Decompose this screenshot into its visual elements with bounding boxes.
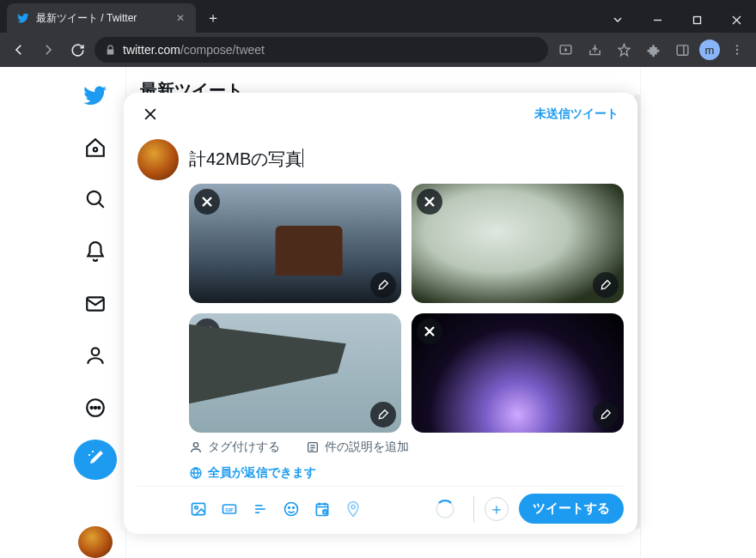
brush-icon	[599, 408, 613, 422]
bookmark-star-icon[interactable]	[612, 38, 636, 62]
remove-media-button[interactable]	[194, 318, 220, 344]
footer-divider	[473, 496, 474, 522]
svg-rect-1	[693, 16, 700, 23]
window-close[interactable]	[716, 7, 756, 33]
brush-icon	[376, 408, 390, 422]
url-host: twitter.com	[123, 43, 180, 57]
bell-icon[interactable]	[74, 232, 117, 272]
nav-back[interactable]	[7, 38, 31, 62]
attach-toolbar: GIF	[137, 500, 363, 519]
remove-media-button[interactable]	[417, 189, 442, 215]
more-icon[interactable]	[74, 388, 117, 428]
brush-icon	[376, 278, 390, 292]
svg-point-36	[195, 506, 198, 508]
install-icon[interactable]	[553, 38, 577, 62]
svg-rect-5	[677, 45, 688, 54]
edit-media-button[interactable]	[370, 272, 396, 298]
close-icon	[200, 324, 214, 338]
media-thumbnail[interactable]	[189, 184, 401, 303]
add-thread-button[interactable]: ＋	[485, 497, 509, 521]
media-grid	[189, 184, 624, 433]
brush-icon	[599, 278, 613, 292]
svg-point-8	[736, 49, 738, 51]
account-avatar[interactable]	[78, 526, 113, 558]
poll-icon[interactable]	[251, 500, 270, 519]
twitter-icon	[17, 12, 29, 24]
add-description-link[interactable]: 件の説明を追加	[306, 440, 409, 455]
browser-tab[interactable]: 最新ツイート / Twitter ✕	[7, 3, 196, 33]
media-thumbnail[interactable]	[412, 184, 624, 303]
address-bar[interactable]: twitter.com/compose/tweet	[94, 37, 548, 63]
emoji-icon[interactable]	[282, 500, 301, 519]
tag-people-link[interactable]: タグ付けする	[189, 440, 280, 455]
window-minimize[interactable]	[637, 7, 677, 33]
url-path: /compose/tweet	[180, 43, 265, 57]
svg-point-43	[289, 506, 290, 508]
svg-point-29	[193, 443, 198, 447]
image-icon[interactable]	[189, 500, 208, 519]
home-icon[interactable]	[74, 128, 117, 168]
media-actions-row: タグ付けする 件の説明を追加	[189, 433, 624, 458]
compose-tweet-modal: 未送信ツイート 計42MBの写真	[124, 93, 637, 534]
close-icon	[423, 195, 436, 209]
media-thumbnail[interactable]	[189, 313, 401, 433]
close-icon	[200, 195, 214, 209]
edit-media-button[interactable]	[593, 402, 619, 428]
svg-point-11	[88, 191, 101, 204]
modal-body: タグ付けする 件の説明を追加 全員が返信できます	[124, 180, 637, 486]
schedule-icon[interactable]	[313, 500, 332, 519]
svg-line-25	[203, 327, 211, 336]
char-count-progress	[436, 500, 454, 519]
compose-tweet-fab[interactable]	[74, 440, 117, 480]
svg-line-12	[99, 203, 104, 208]
gif-icon[interactable]: GIF	[220, 500, 239, 519]
media-thumbnail[interactable]	[412, 313, 624, 433]
mail-icon[interactable]	[74, 283, 117, 324]
tweet-text-input[interactable]: 計42MBの写真	[189, 139, 624, 180]
location-icon	[344, 500, 363, 519]
person-icon	[189, 440, 203, 454]
share-icon[interactable]	[582, 38, 607, 62]
svg-text:GIF: GIF	[225, 506, 234, 512]
globe-icon	[189, 466, 203, 480]
remove-media-button[interactable]	[194, 189, 220, 215]
reply-settings[interactable]: 全員が返信できます	[189, 458, 624, 486]
svg-rect-35	[192, 503, 205, 514]
nav-reload[interactable]	[65, 38, 89, 62]
kebab-menu-icon[interactable]	[725, 38, 749, 62]
remove-media-button[interactable]	[417, 318, 442, 344]
tweet-button[interactable]: ツイートする	[519, 494, 624, 524]
window-controls	[598, 7, 756, 33]
window-maximize[interactable]	[677, 7, 716, 33]
profile-avatar-button[interactable]: m	[699, 39, 720, 60]
close-icon	[142, 106, 159, 123]
svg-point-42	[285, 502, 298, 515]
svg-point-18	[98, 407, 100, 409]
svg-point-50	[351, 505, 355, 508]
edit-media-button[interactable]	[370, 402, 396, 428]
tab-close-icon[interactable]: ✕	[174, 12, 187, 24]
tab-title: 最新ツイート / Twitter	[36, 11, 167, 26]
sidepanel-icon[interactable]	[670, 38, 694, 62]
profile-icon[interactable]	[74, 336, 117, 376]
twitter-logo-icon[interactable]	[74, 76, 117, 116]
extensions-icon[interactable]	[641, 38, 665, 62]
lock-icon	[105, 45, 116, 56]
unsent-tweets-link[interactable]: 未送信ツイート	[527, 106, 625, 122]
chevron-down-icon[interactable]	[598, 7, 637, 33]
sidebar	[65, 67, 125, 558]
edit-media-button[interactable]	[593, 272, 619, 298]
browser-toolbar: twitter.com/compose/tweet m	[0, 33, 756, 67]
svg-point-14	[92, 349, 100, 356]
svg-point-17	[94, 407, 96, 409]
new-tab-button[interactable]: ＋	[201, 6, 225, 30]
nav-forward[interactable]	[36, 38, 60, 62]
modal-footer: GIF ＋ ツイートする	[137, 486, 624, 534]
modal-header: 未送信ツイート	[124, 93, 637, 136]
search-icon[interactable]	[74, 179, 117, 220]
my-avatar[interactable]	[137, 139, 179, 180]
svg-point-44	[293, 506, 295, 508]
description-icon	[306, 440, 320, 454]
close-modal-button[interactable]	[136, 100, 165, 129]
svg-point-10	[94, 148, 97, 151]
